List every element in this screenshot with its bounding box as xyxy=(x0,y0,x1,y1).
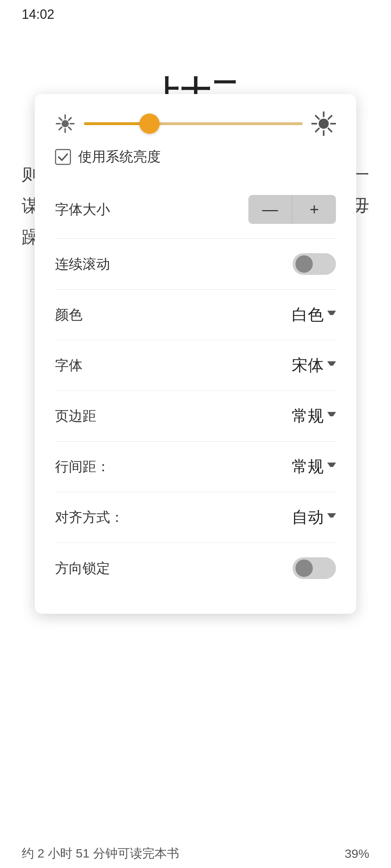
alignment-value-text: 自动 xyxy=(292,507,324,528)
settings-panel: 使用系统亮度 字体大小 — + 连续滚动 颜色 白色 字体 宋体 xyxy=(35,94,356,614)
color-dropdown-arrow xyxy=(327,311,336,319)
font-dropdown-arrow xyxy=(327,361,336,370)
continuous-scroll-thumb xyxy=(295,255,313,273)
alignment-value[interactable]: 自动 xyxy=(292,507,336,528)
reading-percent: 39% xyxy=(345,847,369,861)
alignment-row: 对齐方式： 自动 xyxy=(55,492,336,543)
bottom-bar: 约 2 小时 51 分钟可读完本书 39% xyxy=(0,839,391,868)
page-margin-label: 页边距 xyxy=(55,407,96,425)
font-decrease-button[interactable]: — xyxy=(248,195,292,224)
font-size-label: 字体大小 xyxy=(55,200,110,219)
font-size-row: 字体大小 — + xyxy=(55,180,336,239)
orientation-lock-toggle[interactable] xyxy=(293,557,336,579)
page-margin-dropdown-arrow xyxy=(327,412,336,421)
svg-line-17 xyxy=(316,128,319,132)
svg-line-16 xyxy=(328,116,332,119)
svg-line-6 xyxy=(69,127,71,130)
line-spacing-value[interactable]: 常规 xyxy=(292,456,336,477)
line-spacing-dropdown-arrow xyxy=(327,463,336,471)
svg-line-5 xyxy=(59,118,62,120)
system-brightness-checkbox[interactable] xyxy=(55,149,71,165)
font-size-buttons: — + xyxy=(248,195,336,224)
svg-point-9 xyxy=(319,119,329,129)
color-label: 颜色 xyxy=(55,306,83,324)
svg-line-7 xyxy=(69,118,71,120)
continuous-scroll-toggle[interactable] xyxy=(293,253,336,275)
orientation-lock-thumb xyxy=(295,559,313,577)
sun-small-icon xyxy=(55,114,75,134)
continuous-scroll-label: 连续滚动 xyxy=(55,255,110,273)
svg-point-0 xyxy=(62,120,69,127)
checkmark-icon xyxy=(57,151,69,163)
svg-line-15 xyxy=(328,128,332,132)
alignment-dropdown-arrow xyxy=(327,513,336,522)
line-spacing-row: 行间距： 常规 xyxy=(55,442,336,492)
page-margin-row: 页边距 常规 xyxy=(55,391,336,442)
color-value-text: 白色 xyxy=(292,304,324,326)
brightness-slider[interactable] xyxy=(84,122,303,125)
svg-line-14 xyxy=(316,116,319,119)
font-label: 字体 xyxy=(55,356,83,375)
brightness-row xyxy=(55,111,336,136)
page-margin-value[interactable]: 常规 xyxy=(292,405,336,427)
continuous-scroll-row: 连续滚动 xyxy=(55,239,336,290)
svg-line-8 xyxy=(59,127,62,130)
orientation-lock-label: 方向锁定 xyxy=(55,559,110,578)
reading-time: 约 2 小时 51 分钟可读完本书 xyxy=(22,845,179,862)
font-row: 字体 宋体 xyxy=(55,340,336,391)
alignment-label: 对齐方式： xyxy=(55,508,124,527)
font-value-text: 宋体 xyxy=(292,355,324,376)
orientation-lock-row: 方向锁定 xyxy=(55,543,336,593)
font-value[interactable]: 宋体 xyxy=(292,355,336,376)
slider-thumb[interactable] xyxy=(139,114,160,134)
system-brightness-label: 使用系统亮度 xyxy=(78,148,161,166)
sun-large-icon xyxy=(311,111,336,136)
system-brightness-row[interactable]: 使用系统亮度 xyxy=(55,148,336,166)
line-spacing-value-text: 常规 xyxy=(292,456,324,477)
color-row: 颜色 白色 xyxy=(55,290,336,340)
page-margin-value-text: 常规 xyxy=(292,405,324,427)
line-spacing-label: 行间距： xyxy=(55,458,110,476)
color-value[interactable]: 白色 xyxy=(292,304,336,326)
font-increase-button[interactable]: + xyxy=(293,195,336,224)
